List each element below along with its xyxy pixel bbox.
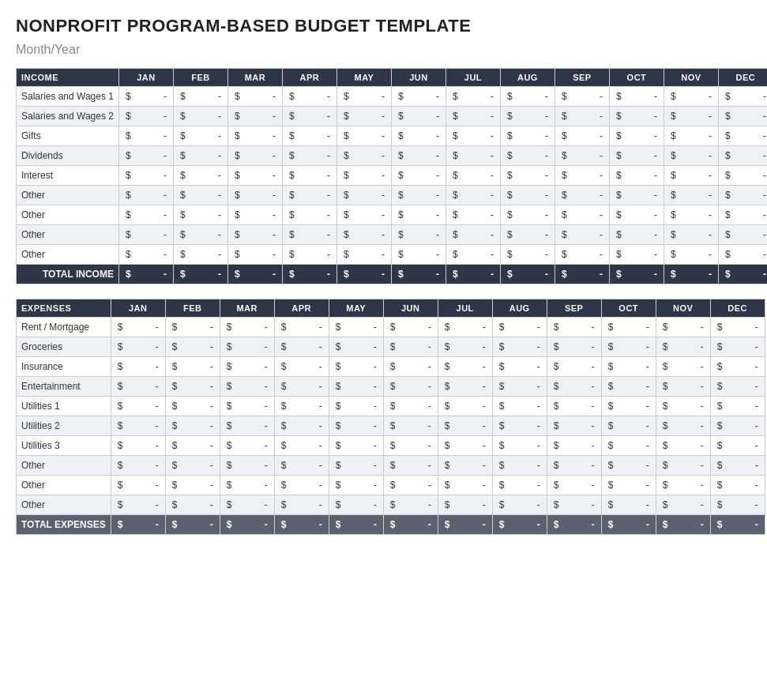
money-cell: $- (165, 318, 220, 337)
money-cell: $- (173, 205, 227, 225)
money-cell: $- (282, 87, 337, 107)
money-cell: $- (492, 515, 547, 535)
money-cell: $- (664, 166, 718, 186)
money-cell: $- (492, 318, 547, 337)
money-cell: $- (282, 265, 337, 284)
money-cell: $- (111, 515, 165, 535)
month-header: DEC (710, 299, 765, 318)
money-cell: $- (337, 225, 391, 245)
money-cell: $- (547, 515, 601, 535)
money-cell: $- (446, 126, 500, 146)
total-income-label: TOTAL INCOME (17, 265, 119, 284)
money-cell: $- (111, 397, 165, 416)
money-cell: $- (656, 357, 710, 377)
row-label: Utilities 2 (17, 416, 111, 436)
money-cell: $- (438, 495, 492, 515)
money-cell: $- (391, 205, 446, 225)
money-cell: $- (329, 495, 383, 515)
money-cell: $- (111, 318, 165, 337)
money-cell: $- (383, 476, 438, 495)
month-header: OCT (609, 69, 664, 87)
money-cell: $- (383, 318, 438, 337)
money-cell: $- (337, 146, 391, 166)
money-cell: $- (220, 495, 274, 515)
money-cell: $- (220, 357, 274, 377)
money-cell: $- (710, 515, 765, 535)
month-header: NOV (656, 299, 710, 318)
month-header: MAY (329, 299, 383, 318)
money-cell: $- (173, 245, 227, 265)
money-cell: $- (492, 476, 547, 495)
money-cell: $- (274, 337, 329, 357)
money-cell: $- (337, 126, 391, 146)
money-cell: $- (282, 205, 337, 225)
money-cell: $- (664, 146, 718, 166)
money-cell: $- (438, 456, 492, 476)
money-cell: $- (656, 416, 710, 436)
money-cell: $- (446, 87, 500, 107)
money-cell: $- (656, 495, 710, 515)
money-cell: $- (118, 245, 173, 265)
money-cell: $- (446, 166, 500, 186)
row-label: Salaries and Wages 1 (17, 87, 119, 107)
money-cell: $- (446, 146, 500, 166)
money-cell: $- (227, 146, 282, 166)
month-header: FEB (173, 69, 227, 87)
money-cell: $- (329, 397, 383, 416)
money-cell: $- (718, 245, 767, 265)
money-cell: $- (492, 416, 547, 436)
money-cell: $- (383, 377, 438, 397)
money-cell: $- (383, 495, 438, 515)
money-cell: $- (656, 377, 710, 397)
money-cell: $- (710, 476, 765, 495)
money-cell: $- (492, 337, 547, 357)
money-cell: $- (118, 146, 173, 166)
money-cell: $- (118, 225, 173, 245)
money-cell: $- (492, 377, 547, 397)
money-cell: $- (329, 377, 383, 397)
money-cell: $- (609, 186, 664, 205)
money-cell: $- (274, 456, 329, 476)
row-label: Other (17, 245, 119, 265)
money-cell: $- (609, 146, 664, 166)
money-cell: $- (656, 337, 710, 357)
money-cell: $- (282, 107, 337, 126)
money-cell: $- (601, 357, 656, 377)
row-label: Other (17, 495, 111, 515)
money-cell: $- (609, 225, 664, 245)
money-cell: $- (710, 318, 765, 337)
money-cell: $- (555, 107, 609, 126)
money-cell: $- (274, 476, 329, 495)
money-cell: $- (710, 377, 765, 397)
money-cell: $- (656, 456, 710, 476)
money-cell: $- (609, 166, 664, 186)
money-cell: $- (500, 205, 555, 225)
money-cell: $- (609, 245, 664, 265)
row-label: Entertainment (17, 377, 111, 397)
money-cell: $- (173, 186, 227, 205)
money-cell: $- (710, 436, 765, 456)
money-cell: $- (718, 205, 767, 225)
money-cell: $- (329, 318, 383, 337)
money-cell: $- (337, 205, 391, 225)
month-header: AUG (492, 299, 547, 318)
money-cell: $- (165, 397, 220, 416)
money-cell: $- (274, 397, 329, 416)
money-cell: $- (664, 107, 718, 126)
money-cell: $- (446, 107, 500, 126)
money-cell: $- (438, 337, 492, 357)
money-cell: $- (656, 476, 710, 495)
money-cell: $- (220, 436, 274, 456)
money-cell: $- (710, 337, 765, 357)
money-cell: $- (500, 126, 555, 146)
money-cell: $- (601, 495, 656, 515)
money-cell: $- (547, 377, 601, 397)
money-cell: $- (220, 337, 274, 357)
money-cell: $- (609, 265, 664, 284)
month-header: APR (274, 299, 329, 318)
money-cell: $- (555, 126, 609, 146)
money-cell: $- (718, 126, 767, 146)
month-header: DEC (718, 69, 767, 87)
page-title: NONPROFIT PROGRAM-BASED BUDGET TEMPLATE (16, 16, 751, 36)
expenses-header: EXPENSES (17, 299, 111, 318)
